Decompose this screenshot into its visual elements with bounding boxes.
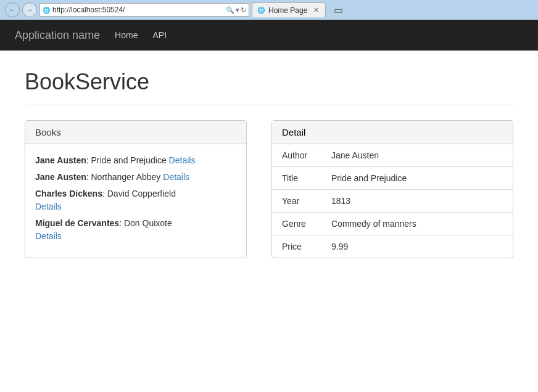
title-value: Pride and Prejudice [321, 167, 513, 190]
search-icon[interactable]: 🔍 [226, 6, 234, 14]
app-brand[interactable]: Application name [15, 29, 100, 42]
navbar: Application name Home API [0, 20, 538, 51]
nav-home-link[interactable]: Home [115, 30, 138, 40]
tab-close-button[interactable]: ✕ [313, 6, 319, 14]
table-row: Title Pride and Prejudice [272, 167, 513, 190]
author-label: Author [272, 144, 321, 167]
book-details-link-3[interactable]: Details [35, 202, 62, 211]
table-row: Price 9.99 [272, 235, 513, 258]
browser-window: ← → 🌐 http://localhost:50524/ 🔍 ▾ ↻ 🌐 Ho… [0, 0, 538, 392]
address-bar-actions: 🔍 ▾ ↻ [226, 6, 246, 14]
list-item: Charles Dickens: David Copperfield Detai… [35, 187, 236, 213]
author-value: Jane Austen [321, 144, 513, 167]
tab-favicon-icon: 🌐 [257, 7, 265, 14]
list-item: Jane Austen: Northanger Abbey Details [35, 171, 236, 184]
price-value: 9.99 [321, 235, 513, 258]
book-details-link-1[interactable]: Details [169, 155, 196, 165]
divider [25, 105, 513, 105]
detail-panel-header: Detail [272, 121, 513, 144]
year-value: 1813 [321, 190, 513, 213]
book-author: Charles Dickens [35, 189, 102, 198]
price-label: Price [272, 235, 321, 258]
tab-label: Home Page [268, 6, 307, 15]
address-bar[interactable]: 🌐 http://localhost:50524/ 🔍 ▾ ↻ [39, 3, 249, 17]
separator: ▾ [236, 6, 239, 14]
table-row: Genre Commedy of manners [272, 213, 513, 235]
year-label: Year [272, 190, 321, 213]
main-columns: Books Jane Austen: Pride and Prejudice D… [25, 120, 513, 258]
books-panel: Books Jane Austen: Pride and Prejudice D… [25, 120, 247, 258]
page-content: BookService Books Jane Austen: Pride and… [0, 51, 538, 392]
list-item: Miguel de Cervantes: Don Quixote Details [35, 217, 236, 243]
page-title: BookService [25, 69, 513, 95]
book-author: Jane Austen [35, 155, 86, 165]
list-item: Jane Austen: Pride and Prejudice Details [35, 154, 236, 167]
table-row: Author Jane Austen [272, 144, 513, 167]
genre-label: Genre [272, 213, 321, 235]
address-bar-text: http://localhost:50524/ [52, 6, 223, 14]
back-button[interactable]: ← [5, 2, 20, 17]
genre-value: Commedy of manners [321, 213, 513, 235]
address-bar-icon: 🌐 [43, 7, 50, 14]
browser-tab[interactable]: 🌐 Home Page ✕ [252, 2, 326, 17]
browser-title-bar: ← → 🌐 http://localhost:50524/ 🔍 ▾ ↻ 🌐 Ho… [0, 0, 538, 20]
book-author: Jane Austen [35, 172, 86, 182]
nav-api-link[interactable]: API [152, 30, 167, 40]
forward-button[interactable]: → [22, 2, 37, 17]
table-row: Year 1813 [272, 190, 513, 213]
browser-content: Application name Home API BookService Bo… [0, 20, 538, 392]
books-panel-body: Jane Austen: Pride and Prejudice Details… [25, 144, 246, 256]
book-details-link-2[interactable]: Details [163, 172, 189, 182]
new-tab-button[interactable]: ▭ [331, 2, 346, 17]
books-panel-header: Books [25, 121, 246, 144]
detail-table: Detail Author Jane Austen Title Pride an… [272, 121, 513, 258]
detail-panel: Detail Author Jane Austen Title Pride an… [271, 120, 513, 258]
title-label: Title [272, 167, 321, 190]
book-details-link-4[interactable]: Details [35, 231, 62, 241]
book-author: Miguel de Cervantes [35, 218, 119, 228]
refresh-icon[interactable]: ↻ [241, 6, 246, 14]
